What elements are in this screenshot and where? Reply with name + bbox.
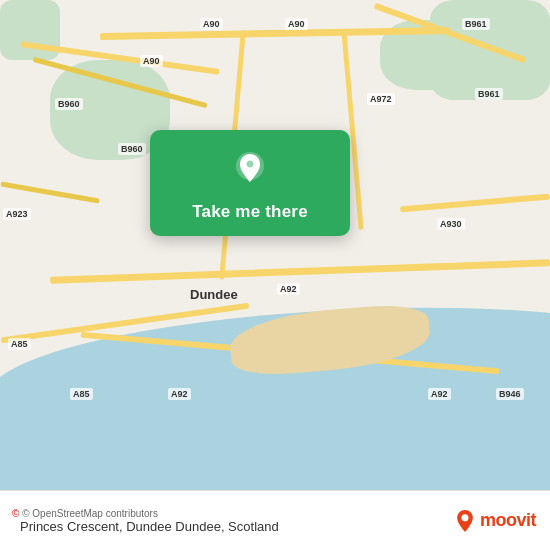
road-label-a930: A930	[437, 218, 465, 230]
road-a930	[400, 193, 550, 212]
road-label-a85-1: A85	[8, 338, 31, 350]
popup-card[interactable]: Take me there	[150, 130, 350, 236]
moovit-logo-text: moovit	[480, 510, 536, 531]
road-label-a92-3: A92	[428, 388, 451, 400]
city-label: Dundee	[190, 287, 238, 302]
copyright-symbol: ©	[12, 508, 19, 519]
road-label-b960-1: B960	[55, 98, 83, 110]
road-label-b960-2: B960	[118, 143, 146, 155]
bottom-left-info: © © OpenStreetMap contributors Princes C…	[12, 508, 279, 534]
moovit-logo: moovit	[454, 510, 536, 532]
road-label-a923: A923	[3, 208, 31, 220]
road-a923	[0, 181, 99, 203]
road-label-a90-3: A90	[140, 55, 163, 67]
location-text: Princes Crescent, Dundee Dundee, Scotlan…	[20, 519, 279, 534]
moovit-pin-icon	[454, 510, 476, 532]
map-background: Dundee A90 A90 A90 B960 B960 B961 B961 A…	[0, 0, 550, 490]
map-container: Dundee A90 A90 A90 B960 B960 B961 B961 A…	[0, 0, 550, 490]
attribution-text: © OpenStreetMap contributors	[22, 508, 158, 519]
location-pin-icon	[228, 148, 272, 192]
bottom-bar: © © OpenStreetMap contributors Princes C…	[0, 490, 550, 550]
svg-point-2	[461, 514, 468, 521]
road-label-b946: B946	[496, 388, 524, 400]
take-me-there-button[interactable]: Take me there	[192, 202, 308, 222]
road-label-a92-1: A92	[277, 283, 300, 295]
road-label-a85-2: A85	[70, 388, 93, 400]
road-label-b961-2: B961	[475, 88, 503, 100]
road-label-a90-1: A90	[200, 18, 223, 30]
road-label-a972: A972	[367, 93, 395, 105]
road-a92-coastal	[50, 259, 550, 283]
attribution: © © OpenStreetMap contributors	[12, 508, 279, 519]
road-label-b961-1: B961	[462, 18, 490, 30]
road-label-a90-2: A90	[285, 18, 308, 30]
road-label-a92-2: A92	[168, 388, 191, 400]
